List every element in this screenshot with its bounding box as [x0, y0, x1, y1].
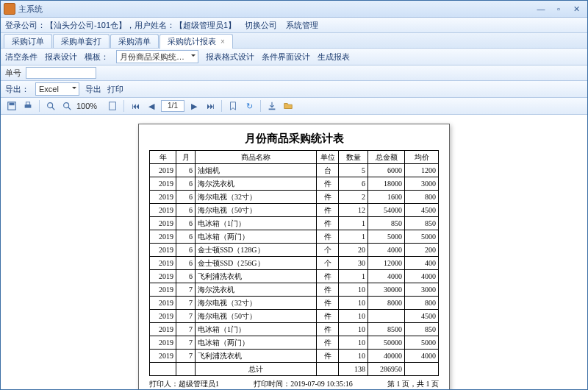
- fit-page-icon[interactable]: [106, 99, 119, 113]
- print-icon[interactable]: [21, 99, 35, 113]
- table-row: 20196海尔电视（50寸）件12540004500: [150, 204, 439, 217]
- generate-report-button[interactable]: 生成报表: [318, 52, 350, 63]
- svg-line-5: [52, 107, 55, 110]
- table-row: 20196金士顿SSD（128G）个204000200: [150, 244, 439, 257]
- table-row: 20197海尔洗衣机件10300003000: [150, 283, 439, 297]
- svg-point-4: [48, 103, 53, 108]
- document-tabs: 采购订单采购单套打采购清单采购统计报表×: [1, 33, 587, 49]
- main-window: 主系统 — ▫ ✕ 登录公司：【汕头分公司-101仓】，用户姓名：【超级管理员1…: [0, 0, 588, 390]
- viewer-toolbar: 100% ⏮ ◀ 1/1 ▶ ⏭ ↻: [1, 98, 587, 115]
- close-tab-icon[interactable]: ×: [220, 38, 225, 46]
- printer-info: 打印人：超级管理员1: [149, 379, 219, 389]
- zoom-in-icon[interactable]: [44, 99, 57, 113]
- export-label: 导出：: [5, 84, 29, 95]
- page-info: 第 1 页，共 1 页: [387, 379, 439, 389]
- table-row: 20196海尔电视（32寸）件21600800: [150, 191, 439, 204]
- last-page-icon[interactable]: ⏭: [204, 99, 217, 113]
- col-header: 月: [176, 151, 196, 164]
- table-row: 20196海尔洗衣机件6180003000: [150, 177, 439, 191]
- tab-采购订单[interactable]: 采购订单: [4, 34, 52, 48]
- page-indicator[interactable]: 1/1: [161, 100, 184, 112]
- print-button[interactable]: 打印: [107, 84, 123, 95]
- tab-采购清单[interactable]: 采购清单: [110, 34, 159, 48]
- export-icon[interactable]: [265, 99, 279, 113]
- minimize-button[interactable]: —: [533, 4, 549, 14]
- report-toolbar: 清空条件 报表设计 模板： 月份商品采购统… 报表格式设计 条件界面设计 生成报…: [1, 49, 587, 65]
- template-label: 模板：: [85, 52, 109, 63]
- template-combo[interactable]: 月份商品采购统…: [116, 50, 198, 63]
- svg-rect-8: [110, 102, 116, 110]
- report-design-button[interactable]: 报表设计: [45, 52, 77, 63]
- col-header: 总金额: [368, 151, 405, 164]
- svg-rect-9: [269, 109, 276, 110]
- titlebar[interactable]: 主系统 — ▫ ✕: [1, 1, 587, 18]
- order-no-input[interactable]: [26, 67, 96, 79]
- folder-icon[interactable]: [282, 99, 295, 113]
- print-time: 打印时间：2019-07-09 10:35:16: [254, 379, 353, 389]
- table-row: 20196油烟机台560001200: [150, 164, 439, 177]
- report-title: 月份商品采购统计表: [149, 132, 439, 146]
- login-info: 登录公司：【汕头分公司-101仓】，用户姓名：【超级管理员1】: [5, 20, 236, 31]
- system-management-menu[interactable]: 系统管理: [286, 20, 318, 31]
- bookmark-icon[interactable]: [226, 99, 240, 113]
- report-viewport[interactable]: 月份商品采购统计表 年月商品名称单位数量总金额均价 20196油烟机台56000…: [1, 115, 587, 389]
- table-row: 20197海尔电视（32寸）件108000800: [150, 297, 439, 310]
- app-icon: [4, 3, 15, 15]
- export-format-combo[interactable]: Excel: [35, 82, 79, 96]
- maximize-button[interactable]: ▫: [551, 4, 567, 14]
- table-row: 20197海尔电视（50寸）件104500: [150, 310, 439, 323]
- prev-page-icon[interactable]: ◀: [145, 99, 158, 113]
- total-row: 总计138286950: [150, 363, 439, 376]
- tab-采购统计报表[interactable]: 采购统计报表×: [159, 34, 233, 49]
- svg-line-7: [68, 107, 71, 110]
- table-row: 20196电冰箱（两门）件150005000: [150, 230, 439, 244]
- window-title: 主系统: [18, 4, 43, 15]
- switch-company-menu[interactable]: 切换公司: [245, 20, 277, 31]
- tab-采购单套打[interactable]: 采购单套打: [53, 34, 110, 48]
- table-row: 20196飞利浦洗衣机件140004000: [150, 270, 439, 283]
- format-design-button[interactable]: 报表格式设计: [206, 52, 254, 63]
- close-button[interactable]: ✕: [568, 4, 584, 14]
- report-footer: 打印人：超级管理员1 打印时间：2019-07-09 10:35:16 第 1 …: [149, 379, 439, 389]
- svg-rect-2: [25, 104, 32, 107]
- first-page-icon[interactable]: ⏮: [129, 99, 142, 113]
- col-header: 年: [150, 151, 176, 164]
- table-row: 20197电冰箱（1门）件108500850: [150, 323, 439, 336]
- svg-point-6: [64, 103, 69, 108]
- zoom-combo[interactable]: 100%: [76, 102, 103, 110]
- filter-bar: 单号: [1, 65, 587, 81]
- save-icon[interactable]: [5, 99, 18, 113]
- col-header: 均价: [405, 151, 439, 164]
- table-row: 20197飞利浦洗衣机件10400004000: [150, 350, 439, 363]
- order-no-label: 单号: [5, 68, 21, 79]
- table-row: 20197电冰箱（两门）件10500005000: [150, 336, 439, 350]
- col-header: 数量: [339, 151, 368, 164]
- col-header: 单位: [317, 151, 339, 164]
- refresh-icon[interactable]: ↻: [243, 99, 256, 113]
- table-row: 20196电冰箱（1门）件1850850: [150, 217, 439, 230]
- next-page-icon[interactable]: ▶: [187, 99, 201, 113]
- col-header: 商品名称: [196, 151, 317, 164]
- svg-rect-1: [10, 103, 15, 106]
- svg-rect-3: [26, 102, 29, 105]
- zoom-out-icon[interactable]: [60, 99, 74, 113]
- condition-ui-button[interactable]: 条件界面设计: [262, 52, 310, 63]
- export-button[interactable]: 导出: [85, 84, 101, 95]
- clear-conditions-button[interactable]: 清空条件: [5, 52, 37, 63]
- export-toolbar: 导出： Excel 导出 打印: [1, 81, 587, 98]
- table-row: 20196金士顿SSD（256G）个3012000400: [150, 257, 439, 270]
- report-page: 月份商品采购统计表 年月商品名称单位数量总金额均价 20196油烟机台56000…: [138, 124, 450, 389]
- menubar: 登录公司：【汕头分公司-101仓】，用户姓名：【超级管理员1】 切换公司 系统管…: [1, 18, 587, 33]
- report-table: 年月商品名称单位数量总金额均价 20196油烟机台56000120020196海…: [149, 150, 439, 376]
